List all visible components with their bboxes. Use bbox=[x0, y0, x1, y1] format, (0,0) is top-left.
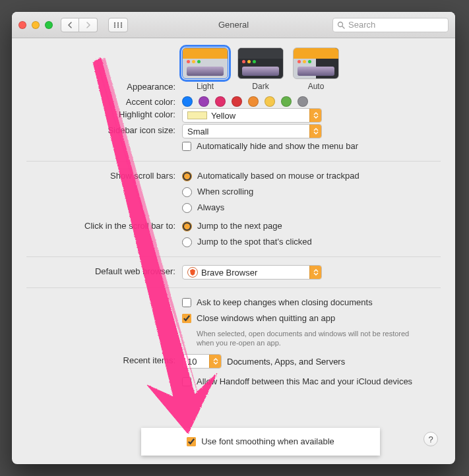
zoom-icon[interactable] bbox=[45, 21, 53, 29]
svg-point-8 bbox=[121, 26, 122, 27]
minimize-icon[interactable] bbox=[32, 21, 40, 29]
show-all-button[interactable] bbox=[108, 18, 128, 32]
forward-button[interactable] bbox=[79, 18, 98, 32]
window-controls bbox=[18, 21, 53, 29]
svg-point-0 bbox=[114, 22, 115, 23]
titlebar: General Search bbox=[12, 12, 455, 38]
appearance-label: Appearance: bbox=[26, 47, 182, 92]
svg-point-5 bbox=[121, 24, 122, 25]
search-field[interactable]: Search bbox=[332, 18, 449, 32]
close-windows-checkbox[interactable]: Close windows when quitting an app bbox=[182, 312, 335, 325]
highlight-label: Highlight color: bbox=[26, 108, 182, 119]
recent-items-label: Recent items: bbox=[26, 354, 182, 365]
jump-page-radio[interactable]: Jump to the next page bbox=[182, 220, 282, 233]
menubar-autohide-checkbox[interactable]: Automatically hide and show the menu bar bbox=[182, 140, 358, 153]
scrollbars-always-radio[interactable]: Always bbox=[182, 201, 224, 214]
sidebar-size-select[interactable]: Small bbox=[182, 124, 322, 138]
appearance-light[interactable]: Light bbox=[182, 47, 228, 91]
brave-icon bbox=[187, 267, 198, 278]
help-button[interactable]: ? bbox=[423, 432, 438, 446]
chevron-updown-icon bbox=[209, 355, 221, 368]
appearance-options: Light Dark Auto bbox=[182, 47, 339, 91]
accent-purple[interactable] bbox=[199, 96, 209, 107]
search-placeholder: Search bbox=[348, 20, 375, 30]
appearance-dark[interactable]: Dark bbox=[237, 47, 284, 91]
preferences-window: General Search Appearance: Light Dark bbox=[12, 12, 455, 464]
pane-content: Appearance: Light Dark Auto bbox=[12, 38, 455, 464]
svg-point-4 bbox=[117, 24, 119, 25]
svg-point-2 bbox=[121, 22, 122, 23]
accent-orange[interactable] bbox=[248, 96, 259, 107]
scrollbars-label: Show scroll bars: bbox=[26, 169, 182, 181]
search-icon bbox=[337, 21, 345, 29]
chevron-updown-icon bbox=[309, 109, 321, 122]
jump-spot-radio[interactable]: Jump to the spot that's clicked bbox=[182, 235, 312, 249]
close-windows-note: When selected, open documents and window… bbox=[197, 329, 421, 347]
accent-blue[interactable] bbox=[182, 96, 193, 107]
recent-items-select[interactable]: 10 bbox=[182, 354, 222, 369]
accent-red[interactable] bbox=[232, 96, 242, 107]
default-browser-label: Default web browser: bbox=[26, 265, 182, 276]
ask-keep-changes-checkbox[interactable]: Ask to keep changes when closing documen… bbox=[182, 296, 373, 309]
svg-point-1 bbox=[117, 22, 119, 23]
accent-colors bbox=[182, 96, 308, 107]
accent-graphite[interactable] bbox=[297, 96, 308, 107]
scrollbars-scrolling-radio[interactable]: When scrolling bbox=[182, 185, 253, 198]
svg-point-6 bbox=[114, 26, 115, 27]
accent-label: Accent color: bbox=[26, 96, 182, 107]
svg-point-9 bbox=[338, 22, 343, 26]
accent-pink[interactable] bbox=[215, 96, 226, 107]
close-icon[interactable] bbox=[18, 21, 26, 29]
scrollbars-auto-radio[interactable]: Automatically based on mouse or trackpad bbox=[182, 169, 360, 183]
handoff-checkbox[interactable]: Allow Handoff between this Mac and your … bbox=[182, 375, 412, 388]
highlight-swatch bbox=[187, 111, 207, 119]
svg-point-3 bbox=[114, 24, 115, 25]
click-scrollbar-label: Click in the scroll bar to: bbox=[26, 220, 182, 231]
back-button[interactable] bbox=[61, 18, 79, 32]
default-browser-select[interactable]: Brave Browser bbox=[182, 265, 322, 280]
font-smoothing-checkbox[interactable]: Use font smoothing when available bbox=[187, 435, 334, 448]
appearance-auto[interactable]: Auto bbox=[293, 47, 339, 91]
svg-line-10 bbox=[342, 26, 344, 28]
accent-yellow[interactable] bbox=[265, 96, 275, 107]
font-smoothing-highlight: Use font smoothing when available bbox=[141, 428, 380, 456]
recent-items-suffix: Documents, Apps, and Servers bbox=[227, 357, 345, 367]
chevron-updown-icon bbox=[309, 266, 321, 279]
highlight-select[interactable]: Yellow bbox=[182, 108, 322, 123]
sidebar-size-label: Sidebar icon size: bbox=[26, 124, 182, 135]
svg-point-7 bbox=[117, 26, 119, 27]
accent-green[interactable] bbox=[281, 96, 292, 107]
chevron-updown-icon bbox=[309, 125, 321, 138]
nav-buttons bbox=[61, 18, 98, 32]
